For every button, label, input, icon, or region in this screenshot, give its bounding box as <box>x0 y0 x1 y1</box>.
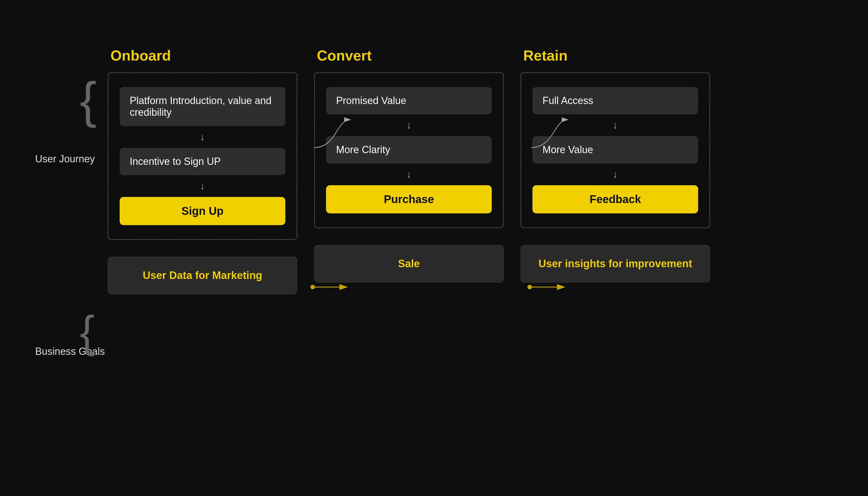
onboard-box: Platform Introduction, value and credibi… <box>108 72 297 240</box>
retain-node-1: Full Access <box>533 87 698 114</box>
retain-goal: User insights for improvement <box>520 245 710 283</box>
retain-arrow-2: ↓ <box>533 169 698 180</box>
convert-goal: Sale <box>314 245 504 283</box>
convert-arrow-1: ↓ <box>326 119 492 131</box>
convert-arrow-2: ↓ <box>326 169 492 180</box>
column-convert: Convert Promised Value ↓ More Clarity ↓ … <box>314 47 504 283</box>
retain-node-2: More Value <box>533 136 698 164</box>
column-retain: Retain Full Access ↓ More Value ↓ Feedba… <box>520 47 710 283</box>
user-journey-brace: { <box>80 75 96 125</box>
onboard-node-2: Incentive to Sign UP <box>120 148 285 175</box>
retain-title: Retain <box>520 47 710 64</box>
retain-arrow-1: ↓ <box>533 119 698 131</box>
retain-box: Full Access ↓ More Value ↓ Feedback <box>520 72 710 228</box>
onboard-goal: User Data for Marketing <box>108 257 297 294</box>
onboard-title: Onboard <box>108 47 297 64</box>
convert-title: Convert <box>314 47 504 64</box>
onboard-cta[interactable]: Sign Up <box>120 197 285 225</box>
diagram-container: User Journey Business Goals { { Onboard … <box>30 25 838 471</box>
onboard-arrow-2: ↓ <box>120 180 285 192</box>
business-goals-brace: { <box>80 309 95 354</box>
onboard-arrow-1: ↓ <box>120 131 285 143</box>
retain-cta[interactable]: Feedback <box>533 185 698 213</box>
column-onboard: Onboard Platform Introduction, value and… <box>108 47 297 294</box>
convert-node-2: More Clarity <box>326 136 492 164</box>
convert-cta[interactable]: Purchase <box>326 185 492 213</box>
convert-box: Promised Value ↓ More Clarity ↓ Purchase <box>314 72 504 228</box>
onboard-node-1: Platform Introduction, value and credibi… <box>120 87 285 126</box>
convert-node-1: Promised Value <box>326 87 492 114</box>
columns-area: Onboard Platform Introduction, value and… <box>108 47 710 294</box>
user-journey-label: User Journey <box>35 153 95 165</box>
